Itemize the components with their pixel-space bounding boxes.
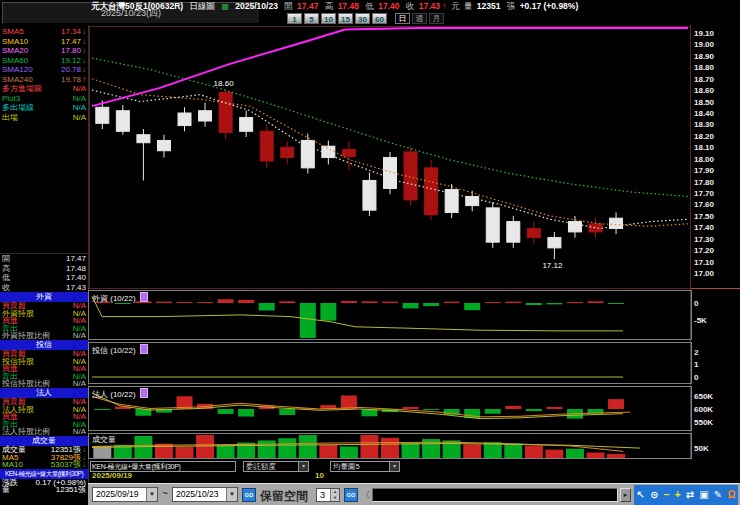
price-annotation: 18.60 [214, 79, 234, 88]
row-value: 19.12↓ [61, 56, 86, 66]
sidebar-row: MA1053037張↓ [0, 461, 88, 469]
row-label: 高 [2, 264, 10, 274]
price-axis-label: 17.40 [694, 223, 714, 232]
institutional-pane-title: 法人 (10/22) [92, 388, 148, 399]
bar-date: 2025/10/23 [235, 1, 278, 11]
row-label: 出場 [2, 113, 18, 123]
timeframe-30min-button[interactable]: 30 [355, 13, 370, 24]
sidebar-row: 外資持股比例N/A [0, 332, 88, 340]
row-value: N/A [73, 84, 86, 94]
volume-value: 12351 [477, 1, 501, 11]
reserve-space-stepper[interactable]: 3 ▲▼ [316, 488, 340, 502]
zoom-out-icon[interactable]: − [664, 485, 670, 505]
price-axis-label: 17.10 [694, 258, 714, 267]
period-週-button[interactable]: 週 [412, 13, 427, 24]
legend-icon[interactable] [140, 344, 148, 354]
main-candlestick-chart[interactable] [88, 25, 692, 290]
to-date-select[interactable]: 2025/10/23 ▼ [172, 487, 238, 502]
price-annotation: 17.12 [542, 261, 562, 270]
sidebar-row: 開17.47 [0, 254, 88, 264]
price-axis-label: 18.90 [694, 52, 714, 61]
clock-icon[interactable]: ⊙ [650, 485, 658, 505]
scroll-right-button[interactable]: ▸ [620, 488, 631, 502]
trend-arrow-icon: ↓ [82, 37, 86, 46]
timeframe-10min-button[interactable]: 10 [321, 13, 336, 24]
volume-pane-chart[interactable] [88, 433, 692, 459]
sidebar-row: 多方進場圖N/A [0, 84, 88, 94]
open-value: 17.47 [297, 1, 318, 11]
row-value: 17.48 [66, 264, 86, 274]
sidebar-row: 量12351張 [0, 486, 88, 494]
bell-icon[interactable]: Ω [727, 485, 735, 505]
foreign-pane-chart[interactable] [88, 290, 692, 340]
volume-axis-label: 50K [694, 444, 709, 453]
message-input[interactable] [372, 488, 618, 502]
calendar-icon: ▦ [221, 2, 229, 11]
price-axis-label: 18.70 [694, 75, 714, 84]
period-日-button[interactable]: 日 [395, 13, 410, 24]
legend-icon[interactable] [140, 388, 148, 398]
legend-icon[interactable] [140, 292, 148, 302]
date-go-button[interactable]: GO [242, 488, 256, 502]
volume-pane-title: 成交量 [92, 435, 116, 444]
open-label: 開 [284, 1, 293, 11]
row-label: 法人持股比例 [2, 428, 50, 436]
chevron-down-icon[interactable]: ▾ [298, 462, 308, 471]
row-label: SMA5 [2, 27, 24, 37]
price-axis-label: 17.60 [694, 200, 714, 209]
foreign-pane-title: 外資 (10/22) [92, 292, 148, 303]
price-axis-label: 18.30 [694, 120, 714, 129]
row-label: 量 [2, 486, 10, 494]
price-axis-label: 17.80 [694, 178, 714, 187]
trend-arrow-icon: ↓ [82, 27, 86, 36]
timeframe-5min-button[interactable]: 5 [304, 13, 319, 24]
sidebar-row: 多出場線N/A [0, 103, 88, 113]
trust-pane-title: 投信 (10/22) [92, 344, 148, 355]
row-label: MA10 [2, 461, 23, 469]
period-月-button[interactable]: 月 [429, 13, 444, 24]
timeframe-1min-button[interactable]: 1 [287, 13, 302, 24]
sidebar-row: 投信持股比例N/A [0, 380, 88, 388]
row-value: 17.47 [66, 254, 86, 264]
price-axis-label: 18.40 [694, 109, 714, 118]
price-axis-label: 18.50 [694, 98, 714, 107]
sidebar-row: 法人持股比例N/A [0, 428, 88, 436]
row-label: 收 [2, 283, 10, 293]
institutional-pane-chart[interactable] [88, 386, 692, 431]
volume-ma-select[interactable]: 均量圖5 ▾ [330, 461, 400, 472]
price-axis-label: 18.00 [694, 155, 714, 164]
timeframe-60min-button[interactable]: 60 [372, 13, 387, 24]
high-value: 17.48 [338, 1, 359, 11]
close-value: 17.43 [419, 1, 440, 11]
timeframe-15min-button[interactable]: 15 [338, 13, 353, 24]
stepper-arrows-icon[interactable]: ▲▼ [330, 489, 339, 501]
institutional-axis-label: 550K [694, 418, 713, 427]
zoom-in-icon[interactable]: + [675, 485, 681, 505]
row-value: 17.80↓ [61, 46, 86, 56]
price-axis-label: 19.10 [694, 29, 714, 38]
trust-axis-label: 0 [694, 373, 698, 382]
row-value: 17.43 [66, 283, 86, 293]
price-axis-label: 18.20 [694, 132, 714, 141]
status-icon-strip: ↖⊙−+⇄▣✎Ω [634, 485, 738, 505]
trust-pane-chart[interactable] [88, 342, 692, 384]
pointer-icon[interactable]: ↖ [637, 485, 645, 505]
chevron-down-icon[interactable]: ▾ [389, 462, 399, 471]
reserve-go-button[interactable]: GO [344, 488, 358, 502]
from-date-select[interactable]: 2025/09/19 ▼ [92, 487, 158, 502]
row-value: N/A [73, 103, 86, 113]
chevron-down-icon[interactable]: ▼ [146, 488, 157, 501]
row-label: 低 [2, 273, 10, 283]
edit-icon[interactable]: ✎ [714, 485, 722, 505]
chevron-down-icon[interactable]: ▼ [226, 488, 237, 501]
fullscreen-icon[interactable]: ▣ [699, 485, 708, 505]
row-label: SMA10 [2, 37, 28, 47]
overlay-select[interactable]: 委託額度 ▾ [243, 461, 309, 472]
price-axis-label: 17.30 [694, 235, 714, 244]
trust-axis-label: 1 [694, 360, 698, 369]
reserve-space-label: 保留空間 [260, 488, 308, 505]
date-range-tilde: ~ [162, 488, 168, 499]
swap-icon[interactable]: ⇄ [686, 485, 694, 505]
row-label: SMA120 [2, 65, 33, 75]
sidebar-sections: 外資買賣超N/A外資持股N/A買進N/A賣出N/A外資持股比例N/A投信買賣超N… [0, 292, 88, 494]
